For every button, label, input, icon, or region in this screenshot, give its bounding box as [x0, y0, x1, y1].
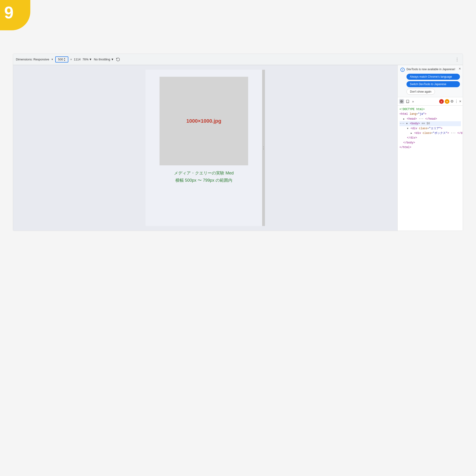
dom-line: </html>: [400, 145, 461, 150]
throttle-dropdown[interactable]: No throttling ▼: [94, 58, 114, 61]
close-notification-button[interactable]: ×: [459, 67, 461, 71]
corner-badge: 9: [0, 0, 30, 30]
svg-text:●: ●: [441, 100, 442, 103]
width-spinners[interactable]: ▲ ▼: [63, 57, 66, 62]
spinner-down[interactable]: ▼: [63, 59, 66, 62]
error-count-badge[interactable]: ●: [439, 99, 444, 104]
svg-rect-1: [402, 100, 403, 101]
height-value: 1114: [74, 58, 81, 61]
throttle-arrow: ▼: [111, 58, 114, 61]
dom-line: ▼ <div class="エリア">: [400, 126, 461, 131]
dom-line: <!DOCTYPE html>: [400, 107, 461, 112]
x-separator: ×: [70, 58, 72, 61]
dom-body-line[interactable]: ··· ▼ <body> == $0: [400, 121, 461, 126]
dom-line: </body>: [400, 140, 461, 145]
svg-rect-4: [407, 100, 409, 103]
dimensions-arrow[interactable]: ▼: [51, 58, 53, 61]
dom-line: ▶ <head> ··· </head>: [400, 117, 461, 121]
width-value: 500: [58, 58, 63, 61]
image-label: 1000×1000.jpg: [186, 118, 221, 124]
dom-line: ▶ <div class="ボックス"> ··· </div>: [400, 131, 461, 136]
device-mode-tab[interactable]: [405, 99, 410, 104]
notification-buttons: Always match Chrome's language Switch De…: [407, 74, 460, 95]
throttle-value: No throttling: [94, 58, 110, 61]
notification-header: i DevTools is now available in Japanese!: [400, 68, 460, 72]
devtools-toolbar: Dimensions: Responsive ▼ 500 ▲ ▼ × 1114 …: [13, 54, 463, 65]
dom-line: <html lang="ja">: [400, 112, 461, 116]
main-container: Dimensions: Responsive ▼ 500 ▲ ▼ × 1114 …: [13, 54, 463, 231]
svg-rect-2: [400, 102, 401, 103]
devtools-settings-icon[interactable]: ⚙: [450, 99, 454, 103]
zoom-value: 76%: [83, 58, 89, 61]
viewport-area: 1000×1000.jpg メディア・クエリーの実験 Med 横幅 500px …: [13, 65, 463, 231]
devtools-tabs: » ● ■ ⚙ ⋮ ×: [398, 97, 463, 106]
svg-text:■: ■: [446, 100, 448, 103]
page-text: メディア・クエリーの実験 Med 横幅 500px 〜 799px の範囲内: [174, 170, 234, 184]
switch-devtools-language-button[interactable]: Switch DevTools to Japanese: [407, 81, 460, 87]
devtools-dom: <!DOCTYPE html> <html lang="ja"> ▶ <head…: [398, 106, 463, 231]
info-icon: i: [400, 68, 405, 72]
more-tabs-button[interactable]: »: [411, 99, 415, 104]
rotate-icon[interactable]: [116, 57, 120, 62]
zoom-arrow: ▼: [89, 58, 92, 61]
devtools-panel: i DevTools is now available in Japanese!…: [397, 65, 463, 231]
resize-handle[interactable]: [262, 70, 265, 226]
devtools-menu-icon[interactable]: ⋮: [455, 99, 458, 103]
width-input-box[interactable]: 500 ▲ ▼: [55, 56, 68, 63]
devtools-notification: i DevTools is now available in Japanese!…: [398, 65, 463, 97]
dont-show-again-button[interactable]: Don't show again: [407, 89, 435, 95]
corner-number: 9: [4, 4, 14, 21]
dimensions-label: Dimensions: Responsive: [16, 58, 49, 61]
warning-count-badge[interactable]: ■: [445, 99, 449, 104]
browser-preview: 1000×1000.jpg メディア・クエリーの実験 Med 横幅 500px …: [13, 65, 397, 231]
svg-rect-3: [402, 102, 403, 103]
dom-line: </div>: [400, 136, 461, 140]
page-text-line1: メディア・クエリーの実験 Med: [174, 170, 234, 177]
page-content: 1000×1000.jpg メディア・クエリーの実験 Med 横幅 500px …: [146, 70, 262, 226]
always-match-language-button[interactable]: Always match Chrome's language: [407, 74, 460, 80]
image-placeholder: 1000×1000.jpg: [159, 77, 248, 165]
devtools-close-icon[interactable]: ×: [459, 99, 461, 103]
more-options-icon[interactable]: ⋮: [454, 57, 460, 62]
page-text-line2: 横幅 500px 〜 799px の範囲内: [174, 177, 234, 184]
svg-rect-0: [400, 100, 401, 101]
zoom-dropdown[interactable]: 76% ▼: [83, 58, 92, 61]
inspect-elements-tab[interactable]: [399, 99, 404, 104]
notification-title: DevTools is now available in Japanese!: [407, 68, 455, 71]
